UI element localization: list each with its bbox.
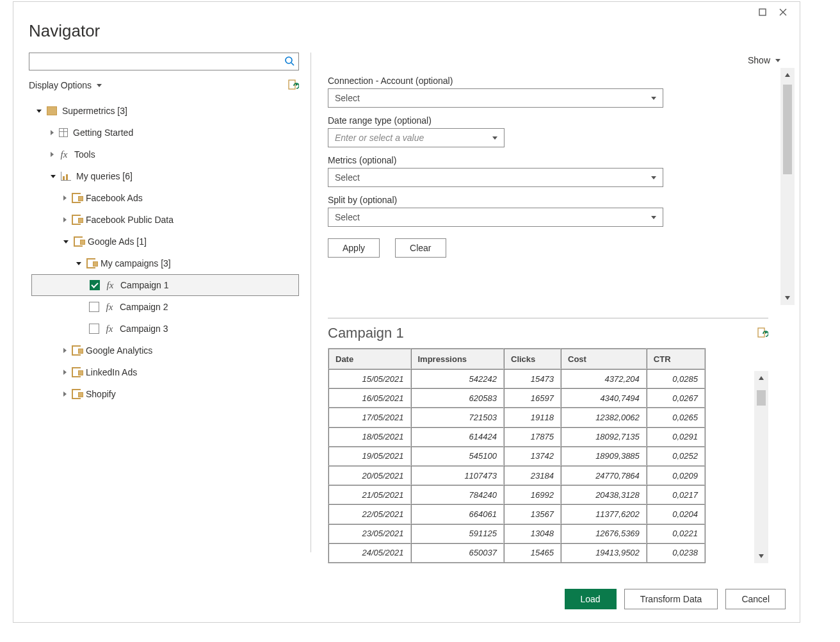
expand-icon[interactable] xyxy=(51,152,54,157)
search-field[interactable] xyxy=(33,56,284,67)
connection-label: Connection - Account (optional) xyxy=(328,76,780,86)
connection-select[interactable]: Select xyxy=(328,88,663,108)
table-row[interactable]: 17/05/20217215031911812382,00620,0265 xyxy=(328,407,705,427)
table-cell: 24/05/2021 xyxy=(328,543,411,563)
scroll-thumb[interactable] xyxy=(757,390,766,406)
navigation-tree: Supermetrics [3] Getting Started fx Tool… xyxy=(29,100,299,405)
table-cell: 12676,5369 xyxy=(561,524,647,543)
tree-node-linkedin-ads[interactable]: LinkedIn Ads xyxy=(31,361,299,383)
table-cell: 17/05/2021 xyxy=(328,407,411,427)
close-icon[interactable] xyxy=(773,6,793,19)
tree-label: Facebook Public Data xyxy=(86,215,174,225)
apply-button[interactable]: Apply xyxy=(328,238,380,258)
expand-icon[interactable] xyxy=(63,217,67,222)
table-cell: 664061 xyxy=(411,504,505,523)
column-header[interactable]: Clicks xyxy=(504,349,561,369)
expand-icon[interactable] xyxy=(63,391,67,397)
tree-label: Tools xyxy=(74,149,95,160)
table-cell: 13048 xyxy=(504,524,561,543)
table-row[interactable]: 15/05/2021542242154734372,2040,0285 xyxy=(328,369,705,388)
cancel-button[interactable]: Cancel xyxy=(725,589,786,609)
form-scrollbar[interactable] xyxy=(780,68,795,305)
tree-node-getting-started[interactable]: Getting Started xyxy=(31,122,299,144)
table-row[interactable]: 20/05/202111074732318424770,78640,0209 xyxy=(328,466,705,485)
scroll-up-icon[interactable] xyxy=(754,371,768,385)
table-cell: 650037 xyxy=(411,543,505,563)
refresh-preview-icon[interactable] xyxy=(757,327,768,339)
maximize-icon[interactable] xyxy=(752,6,773,19)
metrics-label: Metrics (optional) xyxy=(328,155,780,165)
table-row[interactable]: 16/05/2021620583165974340,74940,0267 xyxy=(328,388,705,407)
preview-table: DateImpressionsClicksCostCTR 15/05/20215… xyxy=(328,348,706,563)
titlebar xyxy=(13,2,800,19)
expand-icon[interactable] xyxy=(36,110,42,113)
date-range-label: Date range type (optional) xyxy=(328,115,780,126)
checkbox[interactable] xyxy=(90,280,100,290)
table-cell: 4340,7494 xyxy=(561,388,647,407)
display-options-button[interactable]: Display Options xyxy=(29,80,102,90)
date-range-select[interactable]: Enter or select a value xyxy=(328,128,505,147)
table-cell: 721503 xyxy=(411,407,505,427)
column-header[interactable]: Cost xyxy=(561,349,647,369)
search-input[interactable] xyxy=(29,53,299,70)
checkbox[interactable] xyxy=(89,324,99,334)
show-dropdown[interactable]: Show xyxy=(328,53,795,68)
scroll-thumb[interactable] xyxy=(783,85,792,174)
tree-node-supermetrics[interactable]: Supermetrics [3] xyxy=(31,100,299,122)
table-row[interactable]: 18/05/20216144241787518092,71350,0291 xyxy=(328,427,705,447)
table-cell: 20/05/2021 xyxy=(328,466,411,485)
chevron-down-icon xyxy=(651,176,656,179)
table-cell: 15473 xyxy=(504,369,561,388)
scroll-down-icon[interactable] xyxy=(780,291,795,305)
table-cell: 18092,7135 xyxy=(561,427,647,447)
folder-icon xyxy=(47,106,57,115)
transform-data-button[interactable]: Transform Data xyxy=(624,589,718,609)
scroll-up-icon[interactable] xyxy=(780,68,795,82)
tree-node-facebook-public[interactable]: Facebook Public Data xyxy=(31,209,299,231)
expand-icon[interactable] xyxy=(51,130,54,135)
tree-node-shopify[interactable]: Shopify xyxy=(31,383,299,405)
search-icon[interactable] xyxy=(284,56,295,68)
expand-icon[interactable] xyxy=(63,240,69,243)
show-label: Show xyxy=(748,55,770,65)
column-header[interactable]: Date xyxy=(328,349,411,369)
split-select[interactable]: Select xyxy=(328,208,663,227)
expand-icon[interactable] xyxy=(76,262,81,265)
table-row[interactable]: 19/05/20215451001374218909,38850,0252 xyxy=(328,447,705,466)
table-cell: 19118 xyxy=(504,407,561,427)
tree-node-campaign-1[interactable]: fx Campaign 1 xyxy=(31,274,299,296)
fx-icon: fx xyxy=(59,149,69,160)
chart-icon xyxy=(61,172,71,181)
column-header[interactable]: CTR xyxy=(647,349,705,369)
tree-node-google-ads[interactable]: Google Ads [1] xyxy=(31,231,299,252)
metrics-select[interactable]: Select xyxy=(328,168,663,187)
table-cell: 17875 xyxy=(504,427,561,447)
expand-icon[interactable] xyxy=(51,175,56,178)
svg-rect-0 xyxy=(759,9,766,15)
table-cell: 19/05/2021 xyxy=(328,447,411,466)
tree-node-facebook-ads[interactable]: Facebook Ads xyxy=(31,187,299,209)
checkbox[interactable] xyxy=(89,302,99,312)
table-scrollbar[interactable] xyxy=(754,371,768,563)
tree-node-tools[interactable]: fx Tools xyxy=(31,144,299,165)
table-row[interactable]: 22/05/20216640611356711377,62020,0204 xyxy=(328,504,705,523)
fx-icon: fx xyxy=(104,302,115,313)
scroll-down-icon[interactable] xyxy=(754,549,768,563)
table-row[interactable]: 21/05/20217842401699220438,31280,0217 xyxy=(328,485,705,504)
tree-node-google-analytics[interactable]: Google Analytics xyxy=(31,340,299,361)
column-header[interactable]: Impressions xyxy=(411,349,505,369)
table-row[interactable]: 23/05/20215911251304812676,53690,0221 xyxy=(328,524,705,543)
table-row[interactable]: 24/05/20216500371546519413,95020,0238 xyxy=(328,543,705,563)
tree-node-campaign-3[interactable]: fx Campaign 3 xyxy=(31,318,299,340)
tree-node-my-campaigns[interactable]: My campaigns [3] xyxy=(31,252,299,274)
tree-node-campaign-2[interactable]: fx Campaign 2 xyxy=(31,296,299,318)
tree-node-my-queries[interactable]: My queries [6] xyxy=(31,165,299,187)
load-button[interactable]: Load xyxy=(565,589,617,609)
expand-icon[interactable] xyxy=(63,348,67,353)
refresh-icon[interactable] xyxy=(287,79,299,91)
datasource-icon xyxy=(72,215,81,225)
expand-icon[interactable] xyxy=(63,195,67,201)
datasource-icon xyxy=(72,367,81,377)
clear-button[interactable]: Clear xyxy=(395,238,446,258)
expand-icon[interactable] xyxy=(63,370,67,375)
